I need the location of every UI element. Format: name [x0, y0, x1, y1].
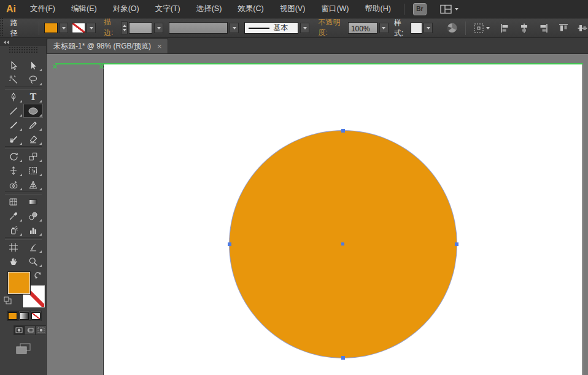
menu-effect[interactable]: 效果(C): [230, 0, 271, 18]
fill-indicator[interactable]: [9, 273, 29, 293]
type-tool[interactable]: T: [23, 90, 43, 104]
anchor-point-top[interactable]: [341, 129, 345, 133]
width-tool[interactable]: [4, 163, 23, 177]
rotate-tool[interactable]: [4, 149, 23, 163]
selected-guide-line[interactable]: [55, 63, 583, 64]
recolor-artwork-button[interactable]: [446, 22, 458, 34]
stroke-weight-dropdown-button[interactable]: [154, 23, 163, 33]
hand-tool[interactable]: [4, 254, 23, 268]
style-control[interactable]: [411, 23, 433, 33]
menu-window[interactable]: 窗口(W): [313, 0, 357, 18]
menu-select[interactable]: 选择(S): [188, 0, 230, 18]
selection-type-label: 路径: [10, 18, 23, 39]
zoom-tool[interactable]: [23, 254, 43, 268]
paintbrush-tool[interactable]: [4, 118, 23, 132]
scale-tool[interactable]: [23, 149, 43, 163]
brush-definition-control[interactable]: 基本: [244, 22, 309, 34]
gradient-tool[interactable]: [23, 195, 43, 209]
stroke-weight-field[interactable]: [129, 22, 152, 34]
fill-color-control[interactable]: [45, 23, 68, 33]
menu-file[interactable]: 文件(F): [22, 0, 63, 18]
horizontal-align-left-button[interactable]: [500, 23, 511, 34]
free-transform-tool[interactable]: [23, 163, 43, 177]
draw-inside-button[interactable]: [36, 325, 47, 335]
menu-help[interactable]: 帮助(H): [357, 0, 399, 18]
blend-tool[interactable]: [23, 209, 43, 223]
stroke-none-swatch[interactable]: [72, 23, 85, 33]
lasso-tool[interactable]: [23, 72, 43, 87]
pen-tool[interactable]: [4, 90, 23, 104]
stroke-weight-stepper[interactable]: [121, 21, 128, 34]
panel-grip[interactable]: [0, 18, 4, 38]
color-mode-button[interactable]: [7, 311, 18, 321]
symbol-sprayer-tool[interactable]: [4, 223, 23, 237]
anchor-point-bottom[interactable]: [341, 356, 345, 360]
menu-type[interactable]: 文字(T): [147, 0, 188, 18]
stroke-color-control[interactable]: [72, 23, 96, 33]
screen-mode-button[interactable]: [14, 341, 33, 356]
illustrator-window: Ai 文件(F) 编辑(E) 对象(O) 文字(T) 选择(S) 效果(C) 视…: [0, 0, 588, 375]
transform-options-button[interactable]: [473, 22, 490, 34]
width-profile-dropdown-button[interactable]: [230, 23, 239, 33]
shape-center-point[interactable]: [341, 242, 344, 245]
default-swatches-icon: [4, 296, 12, 304]
direct-selection-tool[interactable]: [23, 58, 43, 72]
gradient-mode-button[interactable]: [18, 311, 30, 321]
menu-view[interactable]: 视图(V): [272, 0, 314, 18]
blob-brush-tool[interactable]: [4, 132, 23, 146]
panel-drag-grip[interactable]: [9, 47, 37, 53]
selection-tool[interactable]: [4, 58, 23, 72]
stepper-up-icon[interactable]: [123, 25, 126, 27]
menu-bar: Ai 文件(F) 编辑(E) 对象(O) 文字(T) 选择(S) 效果(C) 视…: [0, 0, 588, 18]
column-graph-tool[interactable]: [23, 223, 43, 237]
opacity-field[interactable]: 100%: [348, 22, 377, 34]
horizontal-align-center-button[interactable]: [519, 23, 530, 34]
guide-anchor-icon[interactable]: [99, 61, 104, 72]
vertical-align-top-button[interactable]: [558, 23, 569, 34]
menu-edit[interactable]: 编辑(E): [63, 0, 105, 18]
eraser-tool[interactable]: [23, 132, 43, 146]
draw-behind-button[interactable]: [25, 325, 36, 335]
brush-definition-field[interactable]: 基本: [244, 22, 298, 34]
slice-tool[interactable]: [23, 240, 43, 254]
line-segment-tool[interactable]: [4, 104, 23, 118]
canvas-pasteboard[interactable]: [47, 54, 588, 375]
swap-fill-stroke-button[interactable]: [34, 271, 42, 282]
opacity-dropdown-button[interactable]: [379, 23, 389, 33]
style-swatch[interactable]: [411, 23, 422, 33]
document-tab[interactable]: 未标题-1* @ 98% (RGB/预览) ×: [47, 38, 168, 53]
mesh-tool[interactable]: [4, 195, 23, 209]
tab-close-button[interactable]: ×: [157, 42, 162, 50]
fill-swatch[interactable]: [45, 23, 57, 33]
menu-object[interactable]: 对象(O): [105, 0, 147, 18]
anchor-point-left[interactable]: [228, 242, 231, 246]
anchor-point-right[interactable]: [455, 242, 458, 246]
shape-builder-tool[interactable]: [4, 177, 23, 191]
pencil-tool[interactable]: [23, 118, 43, 132]
ellipse-tool[interactable]: [23, 104, 43, 118]
magic-wand-tool[interactable]: [4, 72, 23, 87]
opacity-control[interactable]: 100%: [348, 22, 389, 34]
guide-anchor-icon[interactable]: [52, 61, 58, 72]
stepper-down-icon[interactable]: [123, 29, 126, 31]
workspace-switcher-button[interactable]: [440, 4, 458, 14]
bridge-button[interactable]: Br: [413, 3, 427, 15]
width-profile-control[interactable]: [169, 22, 239, 34]
vertical-align-center-button[interactable]: [577, 23, 588, 34]
horizontal-align-right-button[interactable]: [538, 23, 549, 34]
eyedropper-tool[interactable]: [4, 209, 23, 223]
stroke-dropdown-button[interactable]: [87, 23, 96, 33]
stroke-weight-combo[interactable]: [129, 22, 163, 34]
brush-dropdown-button[interactable]: [300, 23, 309, 33]
perspective-grid-tool[interactable]: [23, 177, 43, 191]
draw-normal-button[interactable]: [14, 325, 25, 335]
fill-dropdown-button[interactable]: [59, 23, 68, 33]
stroke-panel-link[interactable]: 描边:: [104, 17, 118, 39]
style-dropdown-button[interactable]: [424, 23, 433, 33]
artboard-tool[interactable]: [4, 240, 23, 254]
default-fill-stroke-button[interactable]: [4, 296, 12, 307]
none-mode-button[interactable]: [30, 311, 42, 321]
opacity-panel-link[interactable]: 不透明度:: [318, 17, 344, 39]
width-profile-field[interactable]: [169, 22, 228, 34]
panel-collapse-button[interactable]: [0, 38, 46, 46]
